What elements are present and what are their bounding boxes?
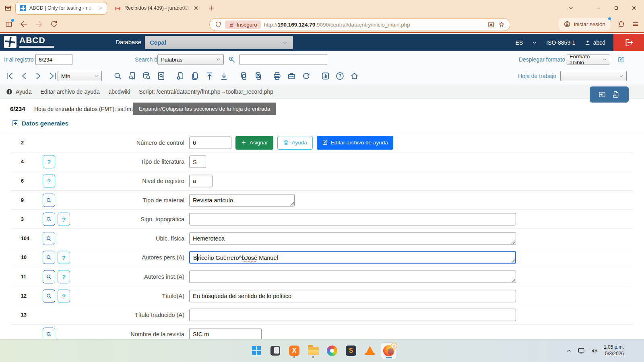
- upload-record-icon[interactable]: [205, 72, 214, 81]
- editar-archivo-de-ayuda-button[interactable]: Editar archivo de ayuda: [317, 136, 393, 150]
- bookmark-star-icon[interactable]: [498, 21, 505, 28]
- field-input-104[interactable]: Hemeroteca: [189, 232, 516, 245]
- asignar-button[interactable]: Asignar: [235, 136, 273, 150]
- toolbox-icon[interactable]: [287, 72, 296, 81]
- home-icon[interactable]: [350, 72, 359, 81]
- forward-icon[interactable]: [35, 20, 43, 29]
- field-input-13[interactable]: [189, 309, 516, 321]
- close-window-button[interactable]: [631, 5, 637, 11]
- field-help-button[interactable]: ?: [58, 289, 70, 302]
- edit-format-icon[interactable]: [617, 56, 625, 63]
- taskbar-start-icon[interactable]: [249, 343, 264, 359]
- user-menu[interactable]: abcd: [584, 39, 605, 46]
- field-help-button[interactable]: ?: [58, 213, 70, 226]
- maximize-button[interactable]: [613, 5, 619, 11]
- field-search-button[interactable]: [43, 193, 55, 207]
- sidebar-icon[interactable]: [5, 20, 13, 28]
- field-search-button[interactable]: [43, 213, 55, 226]
- next-record-icon[interactable]: [34, 72, 43, 81]
- language-chevron-icon[interactable]: [532, 40, 537, 45]
- abcd-logo[interactable]: ABCD: [4, 36, 54, 48]
- field-search-button[interactable]: [43, 289, 55, 302]
- back-icon[interactable]: [19, 20, 28, 29]
- field-input-4[interactable]: S: [189, 156, 206, 168]
- clock[interactable]: 1:05 p.m. 5/3/2026: [604, 344, 624, 357]
- field-help-button[interactable]: ?: [43, 155, 55, 169]
- save-record-icon[interactable]: [612, 90, 620, 99]
- worksheet-select[interactable]: [560, 71, 627, 81]
- section-datos-generales[interactable]: Datos generales: [12, 120, 68, 127]
- previous-record-icon[interactable]: [19, 72, 29, 81]
- reload-icon[interactable]: [50, 20, 58, 28]
- field-help-button[interactable]: ?: [58, 270, 70, 283]
- taskbar-paint-icon[interactable]: [324, 343, 340, 359]
- display-format-select[interactable]: Formato abiblo: [566, 54, 610, 64]
- download-record-icon[interactable]: [219, 72, 229, 81]
- tray-chevron-up-icon[interactable]: [566, 348, 572, 354]
- duplicate-record-icon[interactable]: [239, 72, 248, 81]
- ayuda-button[interactable]: Ayuda: [277, 136, 313, 150]
- taskbar-task-view-icon[interactable]: [268, 343, 283, 359]
- field-search-button[interactable]: [43, 232, 55, 245]
- minimize-button[interactable]: [596, 5, 601, 11]
- record-save-button-group[interactable]: [590, 86, 629, 103]
- security-badge[interactable]: Inseguro: [225, 21, 261, 29]
- network-icon[interactable]: [577, 347, 585, 355]
- volume-icon[interactable]: [590, 347, 599, 355]
- menu-icon[interactable]: [632, 21, 639, 28]
- search-go-icon[interactable]: [228, 56, 236, 64]
- field-input-2[interactable]: 6: [189, 136, 231, 149]
- first-record-icon[interactable]: [5, 72, 14, 81]
- signin-button[interactable]: Iniciar sesión: [559, 18, 610, 30]
- tab-overview-icon[interactable]: [4, 4, 12, 12]
- last-record-icon[interactable]: [48, 72, 58, 81]
- tab-list-chevron-icon[interactable]: [568, 5, 574, 11]
- shield-icon[interactable]: [215, 21, 222, 28]
- field-input-3[interactable]: [189, 213, 516, 226]
- field-input-12[interactable]: En búsqueda del sentido de lo político: [189, 290, 516, 302]
- taskbar-sublime-icon[interactable]: S: [343, 343, 359, 359]
- extensions-icon[interactable]: [617, 21, 625, 28]
- new-tab-button[interactable]: [208, 4, 215, 12]
- tab-abcd[interactable]: ABCD | Only for testing - not fo: [15, 2, 107, 14]
- field-search-button[interactable]: [43, 327, 55, 339]
- edit-help-link[interactable]: Editar archivo de ayuda: [40, 88, 99, 95]
- expand-plus-icon[interactable]: [12, 120, 18, 126]
- help-link[interactable]: Ayuda: [6, 88, 31, 95]
- tab-close-icon[interactable]: [98, 5, 103, 11]
- copy-record-icon[interactable]: [190, 72, 200, 81]
- field-input-9[interactable]: Revista artículo: [189, 194, 295, 206]
- goto-record-input[interactable]: 6/234: [35, 54, 72, 65]
- edit-copy-icon[interactable]: [253, 72, 262, 81]
- statistics-icon[interactable]: [321, 72, 330, 81]
- field-help-button[interactable]: ?: [43, 174, 55, 187]
- field-search-button[interactable]: [43, 251, 55, 264]
- language-select[interactable]: ES: [516, 39, 523, 46]
- logout-button[interactable]: [613, 34, 644, 51]
- tab-gmail[interactable]: Recibidos (4.439) - jurado02060: [110, 2, 202, 14]
- print-icon[interactable]: [272, 72, 282, 81]
- field-input-11[interactable]: [189, 270, 516, 283]
- search-icon[interactable]: [113, 72, 122, 81]
- abcdwiki-link[interactable]: abcdwiki: [109, 88, 130, 95]
- search-input[interactable]: [239, 54, 327, 65]
- taskbar-firefox-icon[interactable]: ☆: [381, 343, 396, 359]
- record-search-icon[interactable]: [128, 72, 137, 81]
- field-input-next[interactable]: SIC m: [189, 328, 262, 339]
- field-input-10[interactable]: Briceño Guerrero^bJosé Manuel: [189, 251, 516, 264]
- field-help-button[interactable]: ?: [58, 251, 70, 264]
- taskbar-file-explorer-icon[interactable]: [305, 343, 321, 359]
- save-page-icon[interactable]: [487, 21, 495, 28]
- taskbar-xampp-icon[interactable]: X: [287, 343, 302, 359]
- search-by-select[interactable]: Palabras: [157, 54, 224, 65]
- dictionary-icon[interactable]: [157, 72, 166, 81]
- refresh-icon[interactable]: [301, 72, 311, 81]
- database-search-icon[interactable]: [142, 72, 151, 81]
- taskbar-vlc-icon[interactable]: [362, 343, 378, 359]
- field-search-button[interactable]: [43, 270, 55, 283]
- help-icon[interactable]: [335, 72, 345, 81]
- open-record-viewer-icon[interactable]: [598, 90, 606, 99]
- tab-close-icon[interactable]: [193, 5, 199, 11]
- field-input-6[interactable]: a: [189, 175, 213, 187]
- database-select[interactable]: Cepal: [145, 36, 293, 49]
